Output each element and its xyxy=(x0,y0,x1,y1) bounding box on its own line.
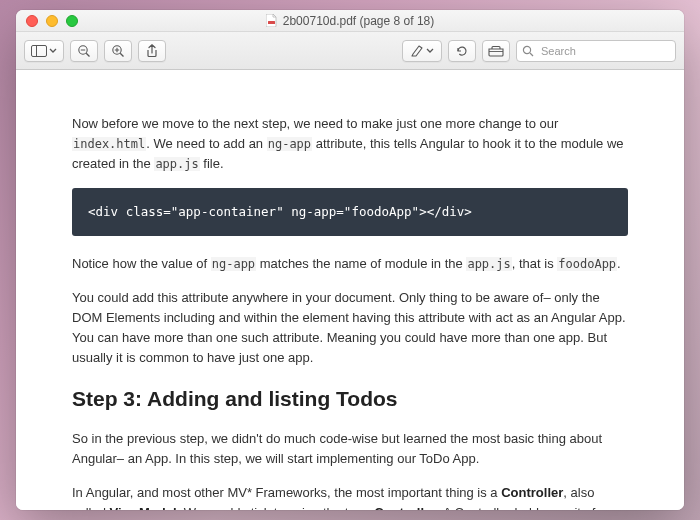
svg-line-12 xyxy=(530,53,533,56)
svg-point-11 xyxy=(523,46,530,53)
term-controller: Controller xyxy=(374,505,436,510)
svg-rect-0 xyxy=(268,21,275,24)
svg-line-7 xyxy=(120,53,123,56)
titlebar: 2b00710d.pdf (page 8 of 18) xyxy=(16,10,684,32)
highlight-button[interactable] xyxy=(402,40,442,62)
minimize-window-button[interactable] xyxy=(46,15,58,27)
markup-button[interactable] xyxy=(482,40,510,62)
toolbar xyxy=(16,32,684,70)
chevron-down-icon xyxy=(49,48,57,54)
preview-window: 2b00710d.pdf (page 8 of 18) xyxy=(16,10,684,510)
highlighter-icon xyxy=(410,44,424,57)
paragraph: In Angular, and most other MV* Framework… xyxy=(72,483,628,510)
sidebar-icon xyxy=(31,45,47,57)
window-title-text: 2b00710d.pdf (page 8 of 18) xyxy=(283,14,434,28)
document-content[interactable]: Now before we move to the next step, we … xyxy=(16,70,684,510)
rotate-button[interactable] xyxy=(448,40,476,62)
svg-line-4 xyxy=(86,53,89,56)
window-title: 2b00710d.pdf (page 8 of 18) xyxy=(16,14,684,28)
inline-code: ng-app xyxy=(267,137,312,151)
view-mode-button[interactable] xyxy=(24,40,64,62)
rotate-icon xyxy=(455,44,469,57)
search-field-wrap xyxy=(516,40,676,62)
paragraph: You could add this attribute anywhere in… xyxy=(72,288,628,369)
zoom-out-button[interactable] xyxy=(70,40,98,62)
inline-code: foodoApp xyxy=(557,257,617,271)
fullscreen-window-button[interactable] xyxy=(66,15,78,27)
term-viewmodel: ViewModel xyxy=(110,505,177,510)
traffic-lights xyxy=(16,15,78,27)
zoom-in-icon xyxy=(111,44,125,58)
pdf-file-icon xyxy=(266,14,277,27)
term-controller: Controller xyxy=(501,485,563,500)
zoom-in-button[interactable] xyxy=(104,40,132,62)
chevron-down-icon xyxy=(426,48,434,54)
heading-step-3: Step 3: Adding and listing Todos xyxy=(72,383,628,416)
search-input[interactable] xyxy=(516,40,676,62)
code-block: <div class="app-container" ng-app="foodo… xyxy=(72,188,628,235)
search-icon xyxy=(522,45,534,57)
zoom-out-icon xyxy=(77,44,91,58)
inline-code: app.js xyxy=(154,157,199,171)
inline-code: ng-app xyxy=(211,257,256,271)
share-button[interactable] xyxy=(138,40,166,62)
inline-code: index.html xyxy=(72,137,146,151)
close-window-button[interactable] xyxy=(26,15,38,27)
inline-code: app.js xyxy=(466,257,511,271)
svg-rect-1 xyxy=(32,45,47,56)
markup-toolbox-icon xyxy=(488,45,504,57)
paragraph: Now before we move to the next step, we … xyxy=(72,114,628,174)
share-icon xyxy=(146,44,158,58)
paragraph: Notice how the value of ng-app matches t… xyxy=(72,254,628,274)
paragraph: So in the previous step, we didn't do mu… xyxy=(72,429,628,469)
